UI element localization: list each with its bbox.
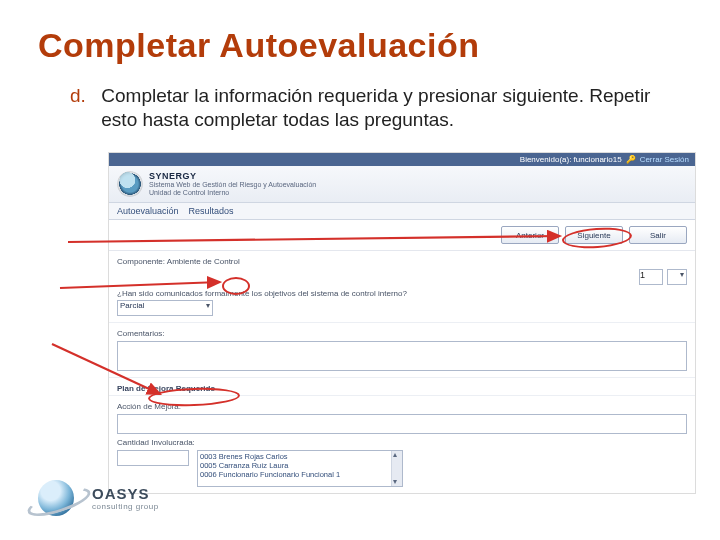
exit-button[interactable]: Salir <box>629 226 687 244</box>
question-text: ¿Han sido comunicados formalmente los ob… <box>117 289 687 298</box>
involved-count-field[interactable] <box>117 450 189 466</box>
list-item[interactable]: 0005 Carranza Ruíz Laura <box>200 461 400 470</box>
step-marker: d. <box>70 84 96 108</box>
menu-resultados[interactable]: Resultados <box>189 206 234 216</box>
plan-body: Acción de Mejora: Cantidad Involucrada: … <box>109 396 695 493</box>
app-header: SYNERGY Sistema Web de Gestión del Riesg… <box>109 166 695 203</box>
brand-block: SYNERGY Sistema Web de Gestión del Riesg… <box>149 171 316 196</box>
plan-label: Plan de Mejora Requerido <box>117 384 687 393</box>
menu-autoevaluacion[interactable]: Autoevaluación <box>117 206 179 216</box>
welcome-text: Bienvenido(a): funcionario15 <box>520 155 622 164</box>
people-listbox[interactable]: 0003 Brenes Rojas Carlos 0005 Carranza R… <box>197 450 403 487</box>
step-text: Completar la información requerida y pre… <box>101 84 691 132</box>
plan-header: Plan de Mejora Requerido <box>109 378 695 396</box>
next-button[interactable]: Siguiente <box>565 226 623 244</box>
footer-brand: OASYS <box>92 485 159 502</box>
list-item[interactable]: 0006 Funcionario Funcionario Funcional 1 <box>200 470 400 479</box>
oasys-planet-icon <box>28 470 84 526</box>
logout-link[interactable]: Cerrar Sesión <box>640 155 689 164</box>
listbox-scrollbar[interactable] <box>391 451 402 486</box>
component-label: Componente: Ambiente de Control <box>117 257 687 266</box>
component-section: Componente: Ambiente de Control 1 ¿Han s… <box>109 251 695 323</box>
menubar: Autoevaluación Resultados <box>109 203 695 220</box>
comments-section: Comentarios: <box>109 323 695 378</box>
comments-label: Comentarios: <box>117 329 687 338</box>
brand-name: SYNERGY <box>149 171 316 181</box>
app-screenshot: Bienvenido(a): funcionario15 🔑 Cerrar Se… <box>108 152 696 494</box>
comments-textarea[interactable] <box>117 341 687 371</box>
step-item: d. Completar la información requerida y … <box>70 84 698 132</box>
door-icon: 🔑 <box>626 155 636 164</box>
footer-logo: OASYS consulting group <box>28 470 159 526</box>
page-stepper[interactable] <box>667 269 687 285</box>
action-textarea[interactable] <box>117 414 687 434</box>
brand-line1: Sistema Web de Gestión del Riesgo y Auto… <box>149 181 316 189</box>
answer-select[interactable]: Parcial <box>117 300 213 316</box>
action-label: Acción de Mejora: <box>117 402 687 411</box>
synergy-logo-icon <box>117 171 143 197</box>
list-item[interactable]: 0003 Brenes Rojas Carlos <box>200 452 400 461</box>
app-topbar: Bienvenido(a): funcionario15 🔑 Cerrar Se… <box>109 153 695 166</box>
involved-label: Cantidad Involucrada: <box>117 438 687 447</box>
toolbar: Anterior Siguiente Salir <box>109 220 695 251</box>
prev-button[interactable]: Anterior <box>501 226 559 244</box>
brand-line2: Unidad de Control Interno <box>149 189 316 197</box>
footer-tagline: consulting group <box>92 502 159 511</box>
page-index-field[interactable]: 1 <box>639 269 663 285</box>
slide-title: Completar Autoevaluación <box>38 26 479 65</box>
